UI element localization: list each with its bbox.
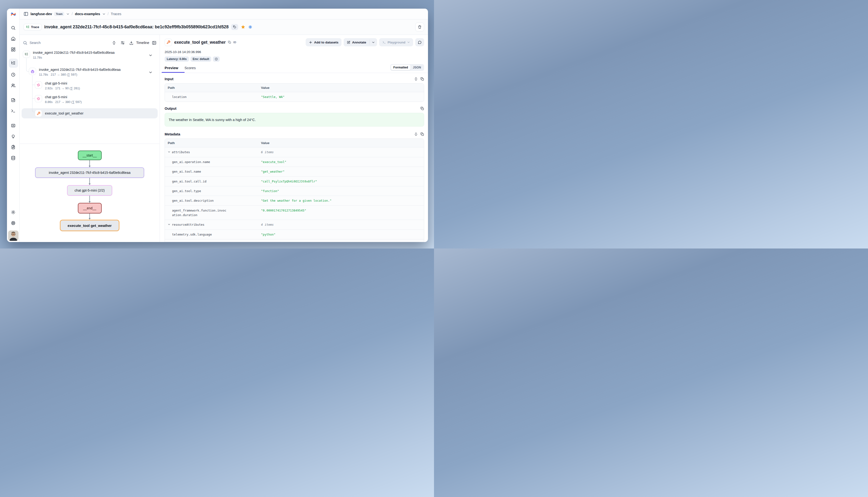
listtree-icon	[25, 52, 28, 56]
breadcrumb-section[interactable]: Traces	[111, 12, 121, 16]
settings-gear-icon[interactable]	[11, 210, 16, 215]
tree-row-chat-span-1[interactable]: chat gpt-5-mini 2.92s 171 → 90 (∑ 261)	[22, 81, 157, 95]
table-row-group[interactable]: resourceAttributes 4 items	[165, 220, 424, 229]
copy-icon[interactable]	[420, 132, 424, 136]
tab-preview[interactable]: Preview	[165, 66, 178, 73]
sessions-clock-icon[interactable]	[11, 72, 16, 77]
tree-row-root-trace[interactable]: invoke_agent 232de211-7fcf-45c8-b415-6af…	[22, 51, 157, 65]
graph-node-start[interactable]: __start__	[78, 151, 102, 160]
top-breadcrumb-bar: langfuse-dev Team / docs-examples / Trac…	[20, 9, 428, 19]
metadata-section-title: Metadata	[165, 132, 180, 136]
dashboard-icon[interactable]	[11, 47, 16, 52]
table-row: telemetry.sdk.language "python"	[165, 230, 424, 239]
span-metrics: 8.86s 217 → 380 (∑ 597)	[45, 100, 82, 104]
download-icon[interactable]	[129, 41, 134, 45]
openai-icon	[37, 83, 40, 87]
tracing-icon[interactable]	[11, 61, 16, 66]
info-badge[interactable]	[213, 56, 220, 62]
env-badge: Env: default	[191, 56, 211, 62]
datasets-db-icon[interactable]	[11, 156, 16, 160]
trace-chip-label: Trace	[31, 25, 39, 29]
table-row: agent_framework.function.invocation.dura…	[165, 206, 424, 220]
search-nav-icon[interactable]	[11, 26, 16, 30]
public-globe-icon[interactable]	[248, 25, 252, 29]
expand-section-icon[interactable]	[414, 132, 418, 136]
copy-icon[interactable]	[420, 106, 424, 111]
users-icon[interactable]	[11, 83, 16, 88]
span-timestamp: 2025-10-16 14:20:36.996	[165, 50, 424, 54]
expand-section-icon[interactable]	[414, 77, 418, 81]
app-window: langfuse-dev Team / docs-examples / Trac…	[7, 9, 428, 242]
tree-connector	[32, 75, 32, 85]
column-header-value: Value	[258, 84, 424, 92]
id-label[interactable]: ID	[233, 41, 236, 44]
breadcrumb-separator: /	[72, 12, 72, 16]
org-type-badge: Team	[54, 12, 64, 16]
graph-edge	[89, 196, 91, 203]
delete-trace-button[interactable]	[415, 23, 424, 31]
robot-icon	[30, 69, 35, 73]
row-chevron-down-icon[interactable]	[149, 54, 152, 57]
prompts-file-icon[interactable]	[11, 98, 16, 102]
tab-scores[interactable]: Scores	[184, 66, 196, 73]
format-toggle-json[interactable]: JSON	[411, 65, 424, 70]
annotation-clipboard-icon[interactable]	[11, 145, 16, 150]
add-to-datasets-button[interactable]: Add to datasets	[306, 38, 342, 46]
project-name[interactable]: docs-examples	[75, 12, 100, 16]
annotate-button[interactable]: Annotate	[344, 38, 369, 46]
graph-node-execute-tool[interactable]: execute_tool get_weather	[60, 220, 120, 231]
input-section-title: Input	[165, 77, 174, 81]
info-icon	[215, 57, 218, 61]
format-toggle-formatted[interactable]: Formatted	[391, 65, 411, 70]
copy-id-icon[interactable]	[228, 41, 231, 44]
span-title: execute_tool get_weather	[45, 111, 83, 115]
comments-button[interactable]	[415, 38, 424, 46]
project-chevron-down-icon[interactable]	[102, 13, 106, 16]
column-header-value: Value	[258, 139, 424, 147]
sidebar-toggle-icon[interactable]	[24, 12, 28, 16]
graph-edge	[89, 160, 91, 167]
span-detail-title: execute_tool get_weather	[174, 40, 226, 45]
user-avatar[interactable]	[8, 230, 18, 241]
table-row: telemetry.sdk.name "opentelemetry"	[165, 239, 424, 242]
org-name[interactable]: langfuse-dev	[30, 12, 52, 16]
metadata-table: Path Value attributes 6 items gen_ai.ope…	[165, 139, 424, 242]
tag-button[interactable]	[231, 24, 238, 30]
search-input[interactable]	[30, 41, 110, 45]
span-title: invoke_agent 232de211-7fcf-45c8-b415-6af…	[33, 51, 115, 55]
table-row-group[interactable]: attributes 6 items	[165, 147, 424, 157]
table-row: location "Seattle, WA"	[165, 92, 424, 102]
insights-bulb-icon[interactable]	[11, 134, 16, 139]
view-settings-icon[interactable]	[120, 41, 125, 45]
tree-row-agent-span[interactable]: invoke_agent 232de211-7fcf-45c8-b415-6af…	[22, 68, 157, 82]
playground-terminal-icon[interactable]	[11, 109, 16, 113]
column-header-path: Path	[165, 84, 258, 92]
tree-connector	[32, 85, 35, 99]
row-chevron-down-icon[interactable]	[149, 71, 152, 74]
span-metrics: 11.78s	[33, 56, 115, 59]
collapse-all-icon[interactable]	[112, 41, 116, 45]
graph-node-chat[interactable]: chat gpt-5-mini (2/2)	[67, 185, 112, 196]
org-chevron-down-icon[interactable]	[66, 13, 69, 16]
graph-node-end[interactable]: __end__	[78, 203, 102, 213]
tree-row-chat-span-2[interactable]: chat gpt-5-mini 8.86s 217 → 380 (∑ 597)	[22, 95, 157, 109]
pencil-square-icon	[347, 41, 350, 44]
bookmark-star-icon[interactable]	[241, 25, 245, 29]
home-icon[interactable]	[11, 36, 16, 41]
agent-node-badge	[29, 68, 36, 75]
tree-connector	[32, 99, 35, 112]
annotate-dropdown-chevron[interactable]	[370, 38, 377, 46]
playground-button[interactable]: Playground	[379, 38, 413, 46]
copy-icon[interactable]	[420, 77, 424, 81]
collapse-panel-icon[interactable]	[152, 41, 156, 45]
wrench-icon	[167, 40, 170, 44]
table-row: gen_ai.operation.name "execute_tool"	[165, 157, 424, 167]
evaluation-percent-icon[interactable]	[11, 123, 16, 128]
timeline-toggle[interactable]: Timeline	[136, 41, 149, 45]
tree-row-tool-span-selected[interactable]: execute_tool get_weather	[22, 108, 157, 118]
trace-type-chip: Trace	[24, 24, 42, 30]
span-tree: Timeline invoke_agent 232de211-7fcf-45c	[20, 35, 160, 144]
support-lifebuoy-icon[interactable]	[11, 221, 16, 225]
graph-node-invoke-agent[interactable]: invoke_agent 232de211-7fcf-45c8-b415-6af…	[35, 167, 144, 178]
llm-node-badge	[35, 95, 42, 102]
